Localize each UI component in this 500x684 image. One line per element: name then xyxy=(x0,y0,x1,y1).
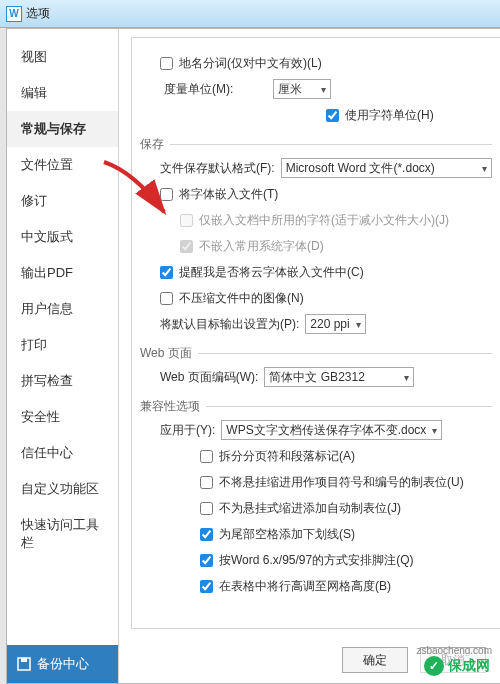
watermark-text: 保成网 xyxy=(448,657,490,675)
divider xyxy=(198,353,492,354)
compat-label: 在表格中将行高调至网格高度(B) xyxy=(219,578,391,595)
row-measure-unit: 度量单位(M): 厘米 ▾ xyxy=(140,78,492,100)
sidebar-item-file-locations[interactable]: 文件位置 xyxy=(7,147,118,183)
label-remind-cloud-fonts: 提醒我是否将云字体嵌入文件中(C) xyxy=(179,264,364,281)
select-measure-unit[interactable]: 厘米 ▾ xyxy=(273,79,331,99)
window-title: 选项 xyxy=(26,5,50,22)
compat-row: 不为悬挂式缩进添加自动制表位(J) xyxy=(140,497,492,519)
sidebar-item-security[interactable]: 安全性 xyxy=(7,399,118,435)
label-use-char-unit: 使用字符单位(H) xyxy=(345,107,434,124)
compat-label: 为尾部空格添加下划线(S) xyxy=(219,526,355,543)
watermark: ✓ 保成网 xyxy=(420,654,494,678)
row-apply-to: 应用于(Y): WPS文字文档传送保存字体不变.docx ▾ xyxy=(140,419,492,441)
compat-label: 按Word 6.x/95/97的方式安排脚注(Q) xyxy=(219,552,413,569)
dialog-body: 视图 编辑 常规与保存 文件位置 修订 中文版式 输出PDF 用户信息 打印 拼… xyxy=(6,28,500,684)
measure-unit-value: 厘米 xyxy=(278,81,302,98)
divider xyxy=(170,144,492,145)
row-default-target-output: 将默认目标输出设置为(P): 220 ppi ▾ xyxy=(140,313,492,335)
label-no-compress-images: 不压缩文件中的图像(N) xyxy=(179,290,304,307)
compat-label: 拆分分页符和段落标记(A) xyxy=(219,448,355,465)
sidebar-item-quick-access[interactable]: 快速访问工具栏 xyxy=(7,507,118,561)
compat-checkbox[interactable] xyxy=(200,554,213,567)
label-embed-fonts: 将字体嵌入文件(T) xyxy=(179,186,278,203)
label-no-common-fonts: 不嵌入常用系统字体(D) xyxy=(199,238,324,255)
svg-rect-1 xyxy=(21,658,27,662)
compat-list: 拆分分页符和段落标记(A)不将悬挂缩进用作项目符号和编号的制表位(U)不为悬挂式… xyxy=(140,445,492,597)
sidebar-item-chinese-layout[interactable]: 中文版式 xyxy=(7,219,118,255)
chevron-down-icon: ▾ xyxy=(432,425,437,436)
compat-checkbox[interactable] xyxy=(200,580,213,593)
save-default-value: Microsoft Word 文件(*.docx) xyxy=(286,160,435,177)
sidebar-item-general-save[interactable]: 常规与保存 xyxy=(7,111,118,147)
label-default-target-output: 将默认目标输出设置为(P): xyxy=(160,316,299,333)
label-place-name-fenci: 地名分词(仅对中文有效)(L) xyxy=(179,55,322,72)
sidebar: 视图 编辑 常规与保存 文件位置 修订 中文版式 输出PDF 用户信息 打印 拼… xyxy=(7,29,119,683)
section-compat-label: 兼容性选项 xyxy=(140,398,200,415)
select-apply-to[interactable]: WPS文字文档传送保存字体不变.docx ▾ xyxy=(221,420,442,440)
checkbox-place-name-fenci[interactable] xyxy=(160,57,173,70)
sidebar-item-spellcheck[interactable]: 拼写检查 xyxy=(7,363,118,399)
label-web-encoding: Web 页面编码(W): xyxy=(160,369,258,386)
select-save-default[interactable]: Microsoft Word 文件(*.docx) ▾ xyxy=(281,158,492,178)
chevron-down-icon: ▾ xyxy=(356,319,361,330)
apply-to-value: WPS文字文档传送保存字体不变.docx xyxy=(226,422,426,439)
checkbox-no-compress-images[interactable] xyxy=(160,292,173,305)
web-encoding-value: 简体中文 GB2312 xyxy=(269,369,364,386)
sidebar-item-edit[interactable]: 编辑 xyxy=(7,75,118,111)
checkbox-embed-only-used xyxy=(180,214,193,227)
opt-place-name-fenci: 地名分词(仅对中文有效)(L) xyxy=(140,52,492,74)
section-web-label: Web 页面 xyxy=(140,345,192,362)
compat-row: 不将悬挂缩进用作项目符号和编号的制表位(U) xyxy=(140,471,492,493)
sidebar-item-print[interactable]: 打印 xyxy=(7,327,118,363)
chevron-down-icon: ▾ xyxy=(404,372,409,383)
sidebar-item-output-pdf[interactable]: 输出PDF xyxy=(7,255,118,291)
row-save-default: 文件保存默认格式(F): Microsoft Word 文件(*.docx) ▾ xyxy=(140,157,492,179)
checkbox-embed-fonts[interactable] xyxy=(160,188,173,201)
compat-checkbox[interactable] xyxy=(200,450,213,463)
compat-row: 按Word 6.x/95/97的方式安排脚注(Q) xyxy=(140,549,492,571)
sidebar-item-customize-ribbon[interactable]: 自定义功能区 xyxy=(7,471,118,507)
sidebar-item-user-info[interactable]: 用户信息 xyxy=(7,291,118,327)
row-embed-only-used: 仅嵌入文档中所用的字符(适于减小文件大小)(J) xyxy=(140,209,492,231)
backup-center-label: 备份中心 xyxy=(37,655,89,673)
section-save-label: 保存 xyxy=(140,136,164,153)
compat-row: 为尾部空格添加下划线(S) xyxy=(140,523,492,545)
compat-row: 在表格中将行高调至网格高度(B) xyxy=(140,575,492,597)
compat-row: 拆分分页符和段落标记(A) xyxy=(140,445,492,467)
checkbox-remind-cloud-fonts[interactable] xyxy=(160,266,173,279)
shield-check-icon: ✓ xyxy=(424,656,444,676)
section-compat: 兼容性选项 xyxy=(140,398,492,415)
checkbox-no-common-fonts xyxy=(180,240,193,253)
row-use-char-unit: 使用字符单位(H) xyxy=(140,104,492,126)
row-embed-fonts: 将字体嵌入文件(T) xyxy=(140,183,492,205)
row-no-compress-images: 不压缩文件中的图像(N) xyxy=(140,287,492,309)
divider xyxy=(206,406,492,407)
sidebar-item-view[interactable]: 视图 xyxy=(7,39,118,75)
ok-button[interactable]: 确定 xyxy=(342,647,408,673)
section-save: 保存 xyxy=(140,136,492,153)
compat-checkbox[interactable] xyxy=(200,476,213,489)
backup-center-button[interactable]: 备份中心 xyxy=(7,645,118,683)
label-measure-unit: 度量单位(M): xyxy=(164,81,233,98)
default-target-output-value: 220 ppi xyxy=(310,317,349,331)
label-embed-only-used: 仅嵌入文档中所用的字符(适于减小文件大小)(J) xyxy=(199,212,449,229)
compat-checkbox[interactable] xyxy=(200,528,213,541)
chevron-down-icon: ▾ xyxy=(482,163,487,174)
select-web-encoding[interactable]: 简体中文 GB2312 ▾ xyxy=(264,367,414,387)
chevron-down-icon: ▾ xyxy=(321,84,326,95)
section-web: Web 页面 xyxy=(140,345,492,362)
content-area: 地名分词(仅对中文有效)(L) 度量单位(M): 厘米 ▾ 使用字符单位(H) … xyxy=(119,29,500,683)
titlebar: W 选项 xyxy=(0,0,500,28)
label-apply-to: 应用于(Y): xyxy=(160,422,215,439)
sidebar-item-trust-center[interactable]: 信任中心 xyxy=(7,435,118,471)
compat-label: 不为悬挂式缩进添加自动制表位(J) xyxy=(219,500,401,517)
checkbox-use-char-unit[interactable] xyxy=(326,109,339,122)
label-save-default: 文件保存默认格式(F): xyxy=(160,160,275,177)
compat-label: 不将悬挂缩进用作项目符号和编号的制表位(U) xyxy=(219,474,464,491)
compat-checkbox[interactable] xyxy=(200,502,213,515)
select-default-target-output[interactable]: 220 ppi ▾ xyxy=(305,314,365,334)
settings-panel: 地名分词(仅对中文有效)(L) 度量单位(M): 厘米 ▾ 使用字符单位(H) … xyxy=(131,37,500,629)
row-remind-cloud-fonts: 提醒我是否将云字体嵌入文件中(C) xyxy=(140,261,492,283)
sidebar-item-track[interactable]: 修订 xyxy=(7,183,118,219)
app-icon: W xyxy=(6,6,22,22)
